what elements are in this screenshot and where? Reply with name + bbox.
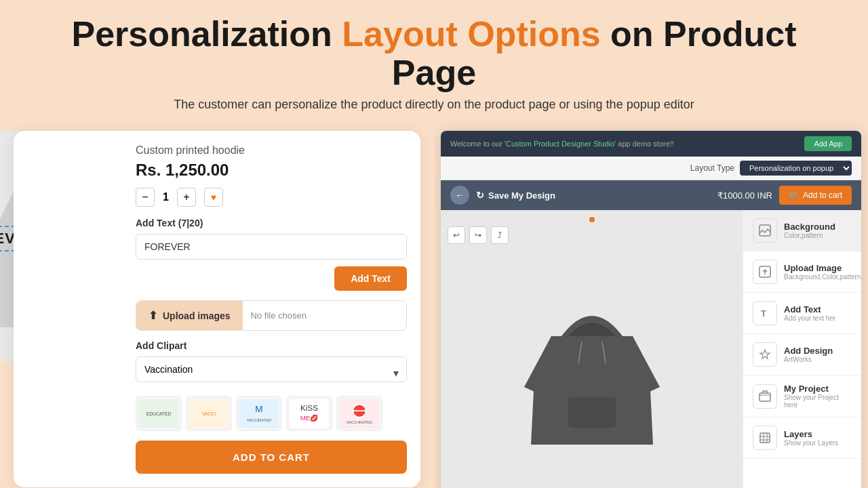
tool-text-design: Add Design ArtWorks	[784, 346, 852, 363]
upload-section: ⬆ Upload images No file chosen	[136, 300, 407, 331]
svg-text:ME💋: ME💋	[300, 414, 319, 422]
tool-text-project: My Project Show your Project here	[784, 384, 852, 409]
tool-item-design[interactable]: Add Design ArtWorks	[743, 334, 861, 375]
background-icon	[753, 218, 777, 243]
header-title: Personalization Layout Options on Produc…	[27, 15, 841, 92]
layers-icon	[753, 426, 777, 450]
add-text-label: Add Text (7|20)	[136, 218, 407, 228]
welcome-text: Welcome to our 'Custom Product Designer …	[450, 140, 674, 148]
svg-text:KiSS: KiSS	[300, 404, 318, 413]
svg-rect-17	[568, 397, 616, 428]
undo-button[interactable]: ↩	[448, 226, 465, 244]
hoodie-canvas	[524, 249, 660, 488]
editor-toolbar: ← ↻ Save My Design ₹1000.00 INR 🛒 Add to…	[441, 180, 861, 210]
editor-window: Welcome to our 'Custom Product Designer …	[441, 131, 861, 488]
add-text-icon: T	[753, 301, 777, 325]
save-design-button[interactable]: ↻ Save My Design	[476, 190, 555, 201]
share-button[interactable]: ⤴	[491, 226, 509, 244]
product-title: Custom printed hoodie	[136, 144, 407, 157]
back-button[interactable]: ←	[450, 186, 469, 205]
svg-text:M: M	[255, 404, 262, 414]
svg-text:T: T	[761, 308, 766, 319]
clipart-item-2[interactable]: VACCI	[186, 396, 232, 431]
toolbar-right: ₹1000.00 INR 🛒 Add to cart	[717, 186, 852, 205]
no-file-text: No file chosen	[243, 310, 315, 321]
svg-text:EDUCATED: EDUCATED	[146, 411, 172, 416]
add-design-icon	[753, 342, 777, 367]
clipart-item-4[interactable]: KiSS ME💋	[286, 396, 332, 431]
header: Personalization Layout Options on Produc…	[0, 0, 868, 124]
progress-dot	[589, 217, 595, 222]
tool-text-layers: Layers Show your Layers	[784, 429, 852, 447]
right-panel: Welcome to our 'Custom Product Designer …	[434, 124, 868, 488]
svg-rect-24	[760, 393, 770, 401]
tool-text-background: Background Color,pattern	[784, 222, 852, 239]
canvas-area: ↩ ↪ ⤴	[441, 210, 743, 488]
quantity-row: − 1 + ♥	[136, 188, 407, 207]
left-panel: REVER Custom printed hoodie Rs. 1,250.00…	[0, 124, 434, 488]
clipart-select[interactable]: Vaccination	[136, 357, 407, 382]
header-subtitle: The customer can personalize the product…	[27, 98, 841, 112]
add-clipart-label: Add Clipart	[136, 340, 407, 351]
canvas-toolbar: ↩ ↪ ⤴	[448, 226, 509, 244]
svg-text:VACCI: VACCI	[202, 411, 216, 416]
editor-top-bar: Welcome to our 'Custom Product Designer …	[441, 131, 861, 157]
save-icon: ↻	[476, 190, 484, 201]
add-to-cart-button[interactable]: ADD TO CART	[136, 441, 407, 474]
editor-main: ↩ ↪ ⤴	[441, 210, 861, 488]
upload-icon: ⬆	[149, 309, 157, 322]
tool-item-background[interactable]: Background Color,pattern	[743, 210, 861, 251]
upload-button[interactable]: ⬆ Upload images	[136, 301, 243, 330]
wishlist-button[interactable]: ♥	[204, 188, 223, 207]
toolbar-left: ← ↻ Save My Design	[450, 186, 555, 205]
tool-text-upload: Upload Image Background,Color,pattern	[784, 263, 861, 281]
product-price: Rs. 1,250.00	[136, 161, 407, 180]
add-to-cart-label: ADD TO CART	[233, 451, 310, 463]
redo-button[interactable]: ↪	[469, 226, 487, 244]
editor-price: ₹1000.00 INR	[717, 190, 772, 201]
cart-icon: 🛒	[789, 190, 799, 200]
editor-add-to-cart-label: Add to cart	[803, 190, 842, 200]
editor-layout-bar: Layout Type Personalization on popup	[441, 157, 861, 180]
clipart-item-1[interactable]: EDUCATED	[136, 396, 182, 431]
tool-item-project[interactable]: My Project Show your Project here	[743, 375, 861, 418]
upload-label: Upload images	[163, 310, 231, 321]
tool-text-addtext: Add Text Add your text her	[784, 304, 852, 322]
qty-value: 1	[163, 191, 169, 203]
upload-image-icon	[753, 260, 777, 284]
welcome-label: Welcome to our	[450, 140, 505, 148]
svg-rect-25	[760, 433, 770, 443]
editor-add-to-cart-button[interactable]: 🛒 Add to cart	[779, 186, 852, 205]
clipart-item-5[interactable]: VACC•INATED	[336, 396, 382, 431]
tool-item-text[interactable]: T Add Text Add your text her	[743, 293, 861, 334]
save-design-label: Save My Design	[488, 190, 555, 201]
qty-increase-button[interactable]: +	[177, 188, 196, 207]
qty-decrease-button[interactable]: −	[136, 188, 155, 207]
text-input[interactable]	[136, 234, 407, 260]
tool-item-layers[interactable]: Layers Show your Layers	[743, 418, 861, 459]
product-card: Custom printed hoodie Rs. 1,250.00 − 1 +…	[14, 131, 420, 487]
tool-item-upload[interactable]: Upload Image Background,Color,pattern	[743, 251, 861, 293]
hoodie-dark-svg	[524, 289, 660, 451]
clipart-select-wrapper: Vaccination	[136, 357, 407, 389]
clipart-item-3[interactable]: M VACCINATED	[236, 396, 282, 431]
svg-text:VACCINATED: VACCINATED	[247, 418, 272, 422]
add-app-button[interactable]: Add App	[804, 136, 852, 151]
welcome-link: 'Custom Product Designer Studio'	[505, 140, 616, 148]
my-project-icon	[753, 384, 777, 409]
layout-select[interactable]: Personalization on popup	[740, 161, 852, 176]
title-part1: Personalization	[72, 14, 342, 54]
layout-label: Layout Type	[690, 163, 734, 173]
add-text-button[interactable]: Add Text	[334, 266, 407, 291]
tools-sidebar: Background Color,pattern Upload Image Ba…	[743, 210, 861, 488]
welcome-after: app demo store!!	[618, 140, 674, 148]
main-content: REVER Custom printed hoodie Rs. 1,250.00…	[0, 124, 868, 488]
title-highlight: Layout Options	[342, 14, 600, 54]
clipart-grid: EDUCATED VACCI M VACCINATED	[136, 396, 407, 431]
svg-text:VACC•INATED: VACC•INATED	[347, 421, 373, 425]
